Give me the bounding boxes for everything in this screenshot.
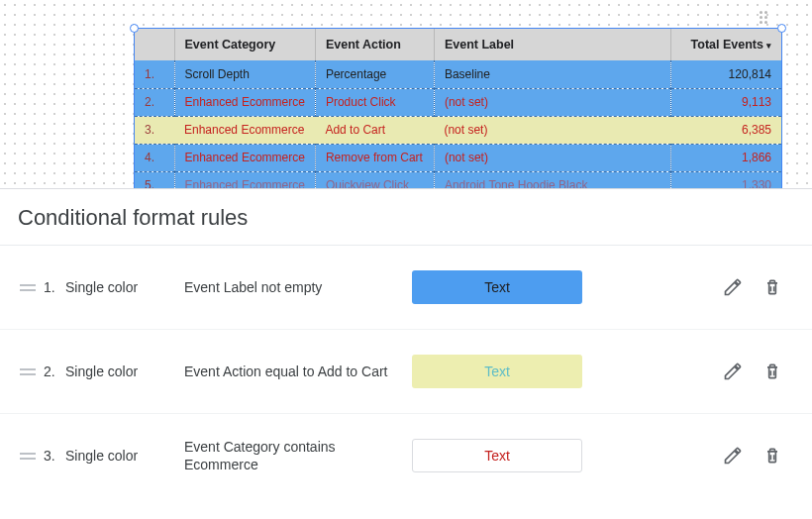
- cell-index: 2.: [135, 88, 174, 116]
- cell-label: (not set): [434, 88, 670, 116]
- data-table: Event Category Event Action Event Label …: [135, 29, 781, 188]
- table-row[interactable]: 4.Enhanced EcommerceRemove from Cart(not…: [135, 144, 781, 171]
- cell-category: Enhanced Ecommerce: [174, 116, 315, 144]
- cell-action: Remove from Cart: [315, 144, 434, 171]
- table-row[interactable]: 3.Enhanced EcommerceAdd to Cart(not set)…: [135, 116, 781, 144]
- cell-label: Baseline: [434, 60, 670, 88]
- cell-category: Scroll Depth: [174, 60, 315, 88]
- chart-canvas: Event Category Event Action Event Label …: [0, 0, 812, 188]
- rule-description: Event Action equal to Add to Cart: [184, 363, 412, 380]
- cell-category: Enhanced Ecommerce: [174, 88, 315, 116]
- selection-handle[interactable]: [777, 24, 786, 33]
- header-total-events[interactable]: Total Events▾: [670, 29, 781, 60]
- cell-total: 9,113: [670, 88, 781, 116]
- cell-index: 3.: [135, 116, 174, 144]
- selection-handle[interactable]: [130, 24, 139, 33]
- drag-lines-icon[interactable]: [20, 284, 36, 291]
- rule-swatch[interactable]: Text: [412, 439, 582, 472]
- cell-label: (not set): [434, 116, 670, 144]
- drag-lines-icon[interactable]: [20, 368, 36, 375]
- cell-total: 1,866: [670, 144, 781, 171]
- conditional-format-panel: Conditional format rules 1.Single colorE…: [0, 188, 812, 497]
- edit-icon[interactable]: [713, 436, 753, 475]
- rule-type: Single color: [65, 363, 184, 379]
- rule-number: 2.: [44, 363, 65, 379]
- cell-index: 5.: [135, 171, 174, 188]
- cell-action: Quickview Click: [315, 171, 434, 188]
- header-event-label[interactable]: Event Label: [434, 29, 670, 60]
- drag-handle-icon[interactable]: [760, 11, 773, 25]
- cell-index: 1.: [135, 60, 174, 88]
- rule-swatch[interactable]: Text: [412, 355, 582, 388]
- rule-swatch[interactable]: Text: [412, 270, 582, 304]
- table-header-row: Event Category Event Action Event Label …: [135, 29, 781, 60]
- cell-index: 4.: [135, 144, 174, 171]
- cell-total: 120,814: [670, 60, 781, 88]
- cell-action: Percentage: [315, 60, 434, 88]
- format-rule: 1.Single colorEvent Label not emptyText: [0, 246, 812, 330]
- cell-label: (not set): [434, 144, 670, 171]
- delete-icon[interactable]: [753, 352, 792, 391]
- header-total-events-label: Total Events: [691, 38, 763, 52]
- cell-total: 6,385: [670, 116, 781, 144]
- rule-description: Event Category contains Ecommerce: [184, 438, 412, 473]
- format-rule: 2.Single colorEvent Action equal to Add …: [0, 330, 812, 414]
- header-index[interactable]: [135, 29, 174, 60]
- header-event-action[interactable]: Event Action: [315, 29, 434, 60]
- panel-title: Conditional format rules: [0, 189, 812, 246]
- cell-category: Enhanced Ecommerce: [174, 144, 315, 171]
- delete-icon[interactable]: [753, 436, 792, 475]
- table-row[interactable]: 5.Enhanced EcommerceQuickview ClickAndro…: [135, 171, 781, 188]
- cell-action: Product Click: [315, 88, 434, 116]
- cell-total: 1,330: [670, 171, 781, 188]
- header-event-category[interactable]: Event Category: [174, 29, 315, 60]
- cell-action: Add to Cart: [315, 116, 434, 144]
- table-row[interactable]: 1.Scroll DepthPercentageBaseline120,814: [135, 60, 781, 88]
- data-table-selection[interactable]: Event Category Event Action Event Label …: [134, 28, 782, 188]
- rule-type: Single color: [65, 448, 184, 464]
- delete-icon[interactable]: [753, 267, 792, 307]
- cell-category: Enhanced Ecommerce: [174, 171, 315, 188]
- sort-indicator-icon: ▾: [766, 41, 771, 51]
- rule-number: 1.: [44, 279, 65, 295]
- rule-number: 3.: [44, 448, 65, 464]
- edit-icon[interactable]: [713, 352, 753, 391]
- rule-description: Event Label not empty: [184, 278, 412, 296]
- edit-icon[interactable]: [713, 267, 753, 307]
- rule-type: Single color: [65, 279, 184, 295]
- cell-label: Android Tone Hoodie Black: [434, 171, 670, 188]
- format-rule: 3.Single colorEvent Category contains Ec…: [0, 414, 812, 497]
- table-row[interactable]: 2.Enhanced EcommerceProduct Click(not se…: [135, 88, 781, 116]
- drag-lines-icon[interactable]: [20, 453, 36, 460]
